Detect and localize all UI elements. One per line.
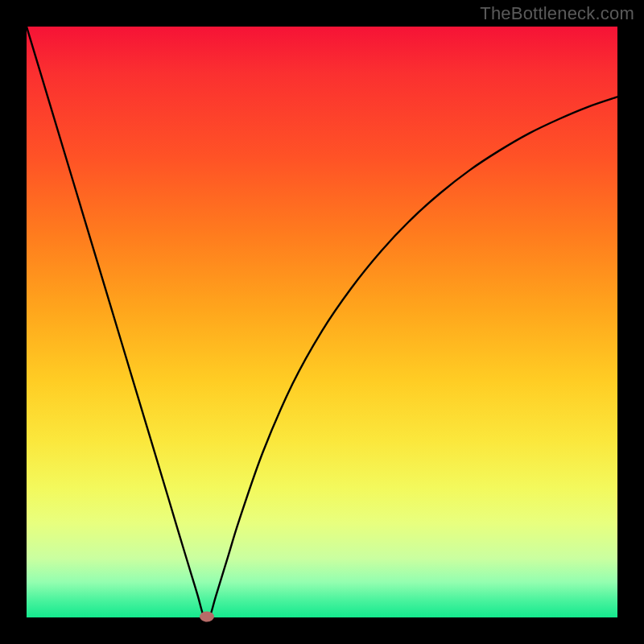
bottleneck-curve <box>27 27 617 617</box>
minimum-marker <box>200 611 214 621</box>
curve-svg <box>27 27 617 617</box>
plot-area <box>27 27 617 617</box>
chart-frame: TheBottleneck.com <box>0 0 644 644</box>
watermark-text: TheBottleneck.com <box>480 3 634 24</box>
